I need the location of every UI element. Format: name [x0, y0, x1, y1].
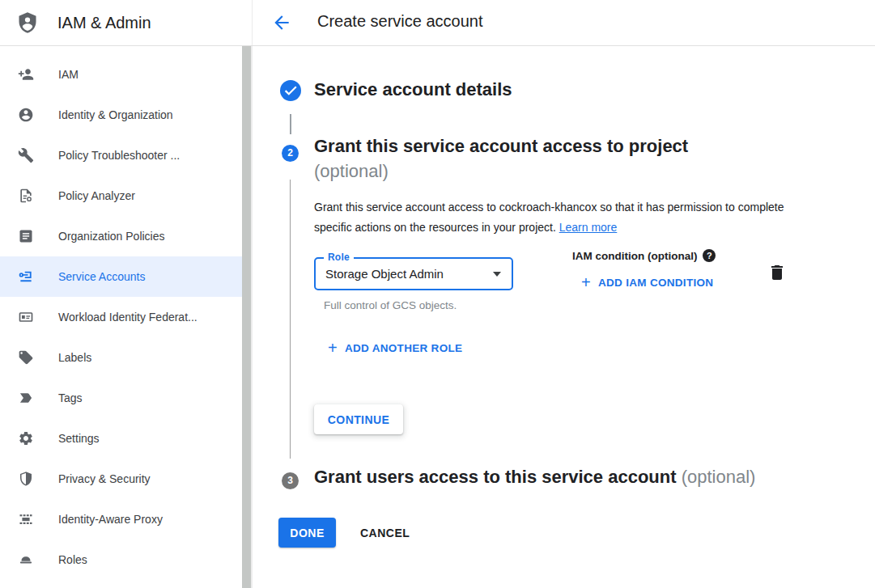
sidebar-item-label: Policy Troubleshooter ... [58, 149, 180, 162]
done-button[interactable]: DONE [278, 518, 336, 548]
proxy-icon [18, 511, 34, 527]
sidebar-item-service-accounts[interactable]: Service Accounts [0, 256, 242, 297]
sidebar-item-label: Settings [58, 432, 100, 445]
badge-card-icon [18, 309, 34, 325]
sidebar-item-workload-identity-federation[interactable]: Workload Identity Federat... [0, 297, 242, 337]
sidebar-item-label: Workload Identity Federat... [58, 311, 198, 324]
sidebar-item-label: Privacy & Security [58, 472, 151, 485]
role-helper-text: Full control of GCS objects. [324, 299, 457, 311]
learn-more-link[interactable]: Learn more [559, 221, 618, 234]
service-account-key-icon [18, 269, 34, 285]
sidebar-item-organization-policies[interactable]: Organization Policies [0, 216, 242, 256]
top-header: IAM & Admin Create service account [0, 0, 875, 46]
check-icon [280, 80, 301, 101]
hat-icon [18, 552, 34, 568]
add-another-role-label: ADD ANOTHER ROLE [345, 342, 462, 354]
sidebar-item-label: Tags [58, 391, 83, 404]
step3-number-badge: 3 [282, 472, 299, 489]
sidebar-scrollbar-track [242, 46, 253, 588]
step2-title: Grant this service account access to pro… [314, 133, 816, 184]
sidebar-item-label: Organization Policies [58, 230, 165, 243]
step2-title-text: Grant this service account access to pro… [314, 136, 688, 156]
shield-half-icon [18, 471, 34, 487]
sidebar-item-label: Policy Analyzer [58, 189, 135, 202]
add-iam-condition-label: ADD IAM CONDITION [598, 277, 713, 289]
step2-description: Grant this service account access to coc… [314, 197, 796, 238]
trash-icon[interactable] [767, 263, 787, 282]
add-iam-condition-button[interactable]: + ADD IAM CONDITION [581, 275, 713, 290]
sidebar-item-roles[interactable]: Roles [0, 539, 242, 580]
step3-title: Grant users access to this service accou… [314, 467, 755, 488]
label-icon [18, 349, 34, 366]
sidebar-item-policy-analyzer[interactable]: Policy Analyzer [0, 176, 242, 216]
step2-description-text: Grant this service account access to coc… [314, 201, 784, 234]
sidebar-item-label: Identity-Aware Proxy [58, 513, 163, 526]
step1-title: Service account details [314, 79, 512, 100]
role-selected-value: Storage Object Admin [325, 259, 444, 289]
help-icon[interactable]: ? [703, 249, 716, 262]
sidebar-item-tags[interactable]: Tags [0, 378, 242, 418]
continue-button[interactable]: CONTINUE [314, 404, 403, 434]
document-lines-icon [18, 228, 34, 244]
sidebar-item-privacy-security[interactable]: Privacy & Security [0, 459, 242, 499]
create-service-account-panel: Service account details 2 Grant this ser… [253, 46, 875, 588]
sidebar-item-label: IAM [58, 68, 79, 81]
policy-analyzer-icon [18, 188, 34, 204]
iam-condition-header: IAM condition (optional) ? [572, 249, 716, 262]
sidebar-item-identity-aware-proxy[interactable]: Identity-Aware Proxy [0, 499, 242, 539]
add-another-role-button[interactable]: + ADD ANOTHER ROLE [328, 341, 462, 355]
sidebar-item-label: Labels [58, 351, 91, 364]
page-title: Create service account [317, 12, 483, 31]
sidebar-item-label: Identity & Organization [58, 108, 173, 121]
sidebar-item-identity-organization[interactable]: Identity & Organization [0, 95, 242, 135]
sidebar-nav: IAM Identity & Organization Policy Troub… [0, 46, 242, 588]
plus-icon: + [581, 275, 591, 290]
sidebar-item-label: Service Accounts [58, 270, 145, 283]
gear-icon [18, 430, 34, 446]
account-circle-icon [18, 107, 34, 123]
step2-number-badge: 2 [282, 145, 299, 162]
step2-optional-label: (optional) [314, 159, 816, 184]
product-title: IAM & Admin [57, 14, 151, 32]
sidebar-item-labels[interactable]: Labels [0, 337, 242, 378]
role-select[interactable]: Role Storage Object Admin [314, 257, 513, 290]
sidebar-item-label: Roles [58, 553, 87, 566]
chevron-down-icon [493, 272, 501, 277]
iam-shield-icon [16, 11, 39, 35]
step3-title-text: Grant users access to this service accou… [314, 467, 677, 487]
tag-arrow-icon [18, 390, 34, 406]
sidebar-item-policy-troubleshooter[interactable]: Policy Troubleshooter ... [0, 135, 242, 176]
plus-icon: + [328, 341, 338, 355]
step-connector-line [290, 114, 291, 134]
step2-vertical-rule [290, 180, 291, 459]
sidebar-item-settings[interactable]: Settings [0, 418, 242, 459]
back-arrow-icon[interactable] [271, 12, 292, 33]
iam-admin-app: IAM & Admin Create service account IAM I… [0, 0, 875, 588]
sidebar-scrollbar-thumb[interactable] [242, 46, 251, 588]
product-header: IAM & Admin [0, 0, 253, 45]
step3-optional-label: (optional) [682, 467, 756, 487]
wrench-icon [18, 147, 34, 163]
sidebar-item-iam[interactable]: IAM [0, 54, 242, 95]
cancel-button[interactable]: CANCEL [360, 518, 410, 548]
iam-condition-label: IAM condition (optional) [572, 250, 697, 262]
person-add-icon [18, 66, 34, 82]
